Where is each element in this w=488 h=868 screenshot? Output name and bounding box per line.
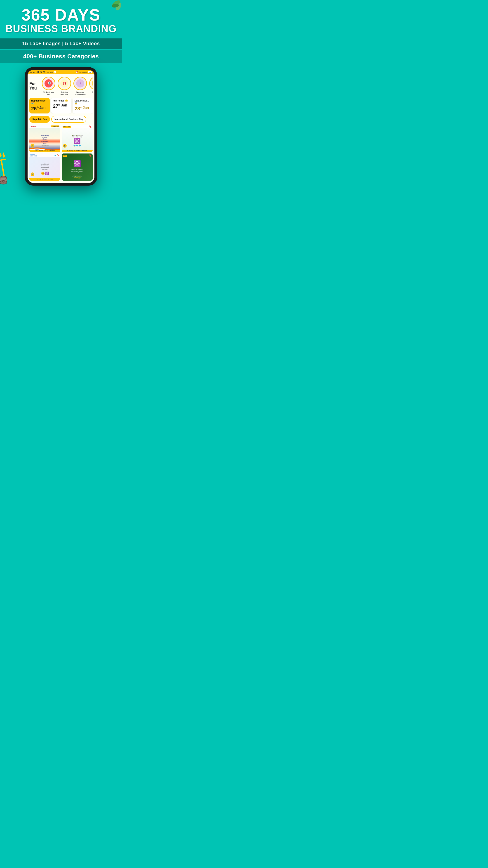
app-content: ForYou 📢 My Busin xyxy=(28,74,94,183)
date-sup-friday: th xyxy=(58,104,60,106)
image-card-4[interactable]: LOGO 🔖 ☸️ We got our Freedom after a lot… xyxy=(62,153,93,181)
network-label: 4G 4G xyxy=(30,71,35,73)
date-number-republic: 26 th Jan xyxy=(31,106,48,112)
image-card-1-inner: JAI HIND YOUR LOGO भारतीय लोकतंत्र आपुली… xyxy=(29,125,60,152)
republic-day-title: Republic Day 🇮🇳 xyxy=(31,99,48,104)
date-day-privacy: 28 xyxy=(74,106,80,112)
data-speed: 0.80 KB/s xyxy=(47,71,53,73)
audio-icon-3[interactable]: 🔊 xyxy=(31,173,34,176)
phone-mockup: 4G 4G 5:26 0.80 KB/s 3 ⏰ Vol1 4G LTE2 xyxy=(25,67,97,186)
category-circle-raksha: 🎀 xyxy=(58,76,71,90)
date-day-friday: 27 xyxy=(53,103,58,109)
category-item-womens-equality[interactable]: ♀ Women'sEquality Day xyxy=(73,76,88,95)
filter-btn-republic-day[interactable]: Republic Day xyxy=(29,116,50,123)
signal-bar-4 xyxy=(38,71,39,73)
date-card-title-republic: Republic Day 🇮🇳 xyxy=(31,99,48,104)
vol-label: Vol1 xyxy=(78,71,81,73)
for-you-section: ForYou 📢 My Busin xyxy=(29,76,93,95)
category-item-my-business[interactable]: 📢 My BusinessAds xyxy=(41,76,56,95)
date-card-republic-day[interactable]: Republic Day 🇮🇳 26 th Jan xyxy=(29,98,50,114)
fist-chakra: ✊ ☸️ xyxy=(40,172,50,175)
image-card-1[interactable]: JAI HIND YOUR LOGO भारतीय लोकतंत्र आपुली… xyxy=(29,125,60,152)
drum-decoration xyxy=(0,175,9,188)
status-right: ⏰ Vol1 4G LTE2 50 xyxy=(75,71,92,73)
category-circles: 📢 My BusinessAds xyxy=(41,76,93,95)
category-circle-womens: ♀ xyxy=(73,76,87,90)
category-label-rakhi: Rakhi St... xyxy=(92,91,93,93)
happy-text-4: Happy xyxy=(74,176,80,179)
category-circle-inner-raksha: 🎀 xyxy=(58,77,70,90)
notification-circle: 3 xyxy=(54,71,56,73)
header-section: 365 DAYS BUSINESS BRANDING xyxy=(0,0,122,37)
categories-bar: 400+ Business Categories xyxy=(0,50,122,63)
date-month-privacy: Jan xyxy=(83,106,89,110)
date-day-republic: 26 xyxy=(31,106,37,112)
hindi-text-3: स्वातंत्र्याची प्रिय आनंद बेग आनंदया महा… xyxy=(40,163,50,170)
social-icons: 🐦 🔖 xyxy=(54,154,59,156)
bookmark-3[interactable]: 🔖 xyxy=(57,154,59,156)
date-card-data-privacy[interactable]: Data Privac... 🔒 28 th Jan xyxy=(73,98,93,114)
categories-text: 400+ Business Categories xyxy=(23,53,99,60)
image-grid: JAI HIND YOUR LOGO भारतीय लोकतंत्र आपुली… xyxy=(29,125,93,181)
date-number-friday: 27 th Jan xyxy=(53,103,70,109)
card-header-1: JAI HIND YOUR LOGO xyxy=(29,125,60,128)
battery-indicator: 50 xyxy=(88,71,92,73)
stats-text: 15 Lac+ Images | 5 Lac+ Videos xyxy=(22,41,100,46)
date-cards-row: Republic Day 🇮🇳 26 th Jan Fun Friday 😁 xyxy=(29,98,93,114)
date-card-fun-friday[interactable]: Fun Friday 😁 27 th Jan xyxy=(51,98,71,114)
category-item-raksha[interactable]: 🎀 RakshaBandhan xyxy=(57,76,72,95)
status-bar: 4G 4G 5:26 0.80 KB/s 3 ⏰ Vol1 4G LTE2 xyxy=(28,70,94,74)
date-sup-privacy: th xyxy=(80,106,82,108)
hindi-text-1: भारतीय लोकतंत्र आपुली शान, चला राष्ट्र प… xyxy=(40,134,49,145)
date-card-title-friday: Fun Friday 😁 xyxy=(53,99,70,102)
image-card-2[interactable]: YOUR LOGO 🔖 🕊️🕊️🕊️ ☸️ 🐦🐦🐦 🔊 12 / 34, क xyxy=(62,125,93,152)
image-card-3[interactable]: 🔷 YOURLOGO HERE 🐦 🔖 स्वातंत्र्याची प्रिय… xyxy=(29,153,60,181)
category-label-my-business: My BusinessAds xyxy=(43,91,54,95)
category-item-rakhi[interactable]: 🪢 Rakhi St... xyxy=(89,76,93,95)
date-card-title-privacy: Data Privac... 🔒 xyxy=(74,99,91,104)
card-bottom-2: 12 / 34, क्षेत्र, शहर - 456789 +123 456 … xyxy=(62,150,93,152)
svg-rect-3 xyxy=(0,159,5,176)
filter-buttons-row: Republic Day International Customs Day xyxy=(29,116,93,123)
date-number-privacy: 28 th Jan xyxy=(74,106,91,112)
twitter-icon: 🐦 xyxy=(54,154,57,156)
phone-screen: 4G 4G 5:26 0.80 KB/s 3 ⏰ Vol1 4G LTE2 xyxy=(28,70,94,183)
fun-friday-title: Fun Friday 😁 xyxy=(53,99,68,102)
category-circle-rakhi: 🪢 xyxy=(89,76,93,90)
card-header-2: YOUR LOGO 🔖 xyxy=(62,125,93,128)
data-privacy-title: Data Privac... 🔒 xyxy=(74,99,91,104)
jai-hind-label: JAI HIND xyxy=(30,126,37,127)
svg-point-11 xyxy=(92,79,93,88)
time-display: 5:26 xyxy=(40,71,45,73)
card-header-4: LOGO 🔖 xyxy=(63,154,92,157)
phone-container: 4G 4G 5:26 0.80 KB/s 3 ⏰ Vol1 4G LTE2 xyxy=(0,63,122,186)
category-circle-inner-rakhi: 🪢 xyxy=(90,77,93,90)
category-circle-inner-womens: ♀ xyxy=(74,77,86,90)
for-you-label: ForYou xyxy=(29,82,39,91)
logo-placeholder-2: YOUR LOGO xyxy=(63,126,71,128)
card-bottom-address-3: १२ / ३४, क्षेत्र, शहर - ४५६७८९ +123 456 … xyxy=(29,179,60,181)
stats-bar: 15 Lac+ Images | 5 Lac+ Videos xyxy=(0,38,122,49)
signal-bar-1 xyxy=(36,72,36,73)
card-content-3: स्वातंत्र्याची प्रिय आनंद बेग आनंदया महा… xyxy=(39,162,51,176)
lte-label: 4G LTE2 xyxy=(82,71,88,73)
leaf-decoration xyxy=(104,0,122,18)
card-bottom-1: १२ / ३४, क्षेत्र, शहर - ४५६७८९ +123 456 … xyxy=(29,150,60,152)
signal-bar-3 xyxy=(37,71,38,73)
ashoka-chakra: ☸️ xyxy=(71,138,83,144)
logo-placeholder-4: LOGO xyxy=(63,155,67,157)
audio-icon-2[interactable]: 🔊 xyxy=(63,144,67,148)
main-title-365: 365 DAYS xyxy=(4,7,118,23)
main-title-business: BUSINESS BRANDING xyxy=(4,23,118,34)
category-label-raksha: RakshaBandhan xyxy=(61,91,68,95)
card-content-4: ☸️ We got our Freedom after a lot of str… xyxy=(70,160,84,179)
bookmark-4[interactable]: 🔖 xyxy=(89,154,92,157)
bookmark-2[interactable]: 🔖 xyxy=(89,125,92,128)
birds-bottom: 🐦🐦🐦 xyxy=(71,144,83,147)
card-header-3: 🔷 YOURLOGO HERE 🐦 🔖 xyxy=(29,153,60,157)
svg-text:📢: 📢 xyxy=(46,81,51,86)
birds-top: 🕊️🕊️🕊️ xyxy=(71,134,83,138)
logo-placeholder-3: 🔷 YOURLOGO HERE xyxy=(30,154,37,157)
category-label-womens: Women'sEquality Day xyxy=(75,91,86,95)
filter-btn-customs-day[interactable]: International Customs Day xyxy=(51,116,86,123)
